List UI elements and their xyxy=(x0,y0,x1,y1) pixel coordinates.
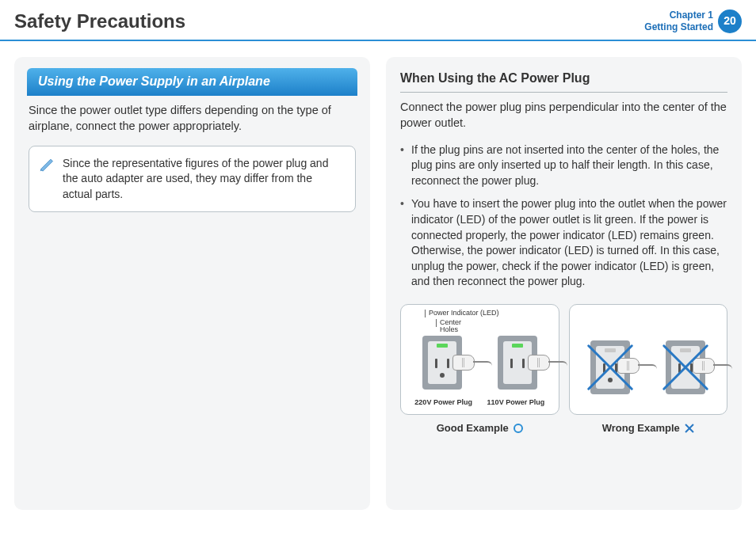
bullet-item: If the plug pins are not inserted into t… xyxy=(400,143,727,189)
plug-icon xyxy=(452,352,489,374)
caption-wrong: Wrong Example xyxy=(569,421,728,435)
page-title: Safety Precautions xyxy=(14,8,185,35)
outlet-220v-good xyxy=(422,336,462,390)
chapter-label: Chapter 1 Getting Started xyxy=(644,10,713,32)
outlet-110v-good xyxy=(498,336,537,390)
note-box: Since the representative figures of the … xyxy=(29,146,356,213)
note-text: Since the representative figures of the … xyxy=(63,156,344,203)
acplug-intro: Connect the power plug pins perpendicula… xyxy=(400,99,727,131)
label-220v: 220V Power Plug xyxy=(414,397,472,408)
caption-wrong-text: Wrong Example xyxy=(602,421,680,435)
outlet-110v-wrong xyxy=(666,340,705,394)
chapter-line2: Getting Started xyxy=(644,21,713,32)
airplane-intro: Since the power outlet type differs depe… xyxy=(29,102,356,135)
label-center-holes: Center Holes xyxy=(436,319,552,327)
right-column: When Using the AC Power Plug Connect the… xyxy=(386,57,742,510)
section-pill-airplane: Using the Power Supply in an Airplane xyxy=(27,68,357,96)
label-led: Power Indicator (LED) xyxy=(425,310,552,317)
caption-good-text: Good Example xyxy=(437,421,509,435)
outlet-220v-wrong xyxy=(590,340,630,394)
x-mark-icon xyxy=(685,424,694,433)
left-column: Using the Power Supply in an Airplane Si… xyxy=(14,57,370,510)
figure-wrong: Wrong Example xyxy=(569,304,728,435)
subheading-acplug: When Using the AC Power Plug xyxy=(400,70,727,93)
plug-icon xyxy=(528,352,564,374)
plug-labels: 220V Power Plug 110V Power Plug xyxy=(407,397,552,408)
page-number-badge: 20 xyxy=(718,10,742,33)
figure-wrong-box xyxy=(569,304,728,415)
figure-good-box: Power Indicator (LED) Center Holes xyxy=(400,304,559,415)
acplug-bullets: If the plug pins are not inserted into t… xyxy=(400,143,727,290)
wrong-outlets xyxy=(576,327,721,408)
figure-row: Power Indicator (LED) Center Holes xyxy=(400,304,727,435)
figure-good: Power Indicator (LED) Center Holes xyxy=(400,304,559,435)
header-right: Chapter 1 Getting Started 20 xyxy=(644,10,742,33)
label-110v: 110V Power Plug xyxy=(487,397,545,408)
caption-good: Good Example xyxy=(400,421,559,435)
bullet-item: You have to insert the power plug into t… xyxy=(400,196,727,290)
page-header: Safety Precautions Chapter 1 Getting Sta… xyxy=(0,0,756,41)
content-columns: Using the Power Supply in an Airplane Si… xyxy=(0,41,756,526)
note-icon xyxy=(39,156,55,172)
circle-mark-icon xyxy=(514,424,523,433)
chapter-line1: Chapter 1 xyxy=(644,10,713,21)
good-outlets xyxy=(407,330,552,394)
